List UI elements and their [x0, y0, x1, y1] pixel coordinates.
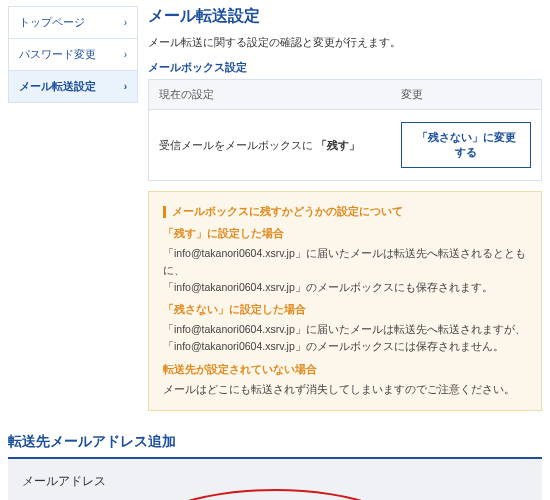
- info-title: メールボックスに残すかどうかの設定について: [163, 204, 527, 219]
- sidebar-item-mail-forward[interactable]: メール転送設定 ›: [9, 71, 137, 103]
- info-sub-nokeep: 「残さない」に設定した場合: [163, 303, 527, 317]
- sidebar-item-label: パスワード変更: [19, 47, 96, 62]
- chevron-right-icon: ›: [124, 49, 127, 60]
- col-current: 現在の設定: [149, 80, 391, 109]
- page-lead: メール転送に関する設定の確認と変更が行えます。: [148, 35, 542, 50]
- info-box: メールボックスに残すかどうかの設定について 「残す」に設定した場合 「info@…: [148, 191, 542, 411]
- page-title: メール転送設定: [148, 6, 542, 27]
- chevron-right-icon: ›: [124, 17, 127, 28]
- sidebar-item-label: メール転送設定: [19, 79, 96, 94]
- info-sub-nofwd: 転送先が設定されていない場合: [163, 363, 527, 377]
- info-text: 「info@takanori0604.xsrv.jp」のメールボックスには保存さ…: [163, 338, 527, 355]
- info-text: 「info@takanori0604.xsrv.jp」のメールボックスにも保存さ…: [163, 279, 527, 296]
- sidebar: トップページ › パスワード変更 › メール転送設定 ›: [8, 6, 138, 103]
- main-content: メール転送設定 メール転送に関する設定の確認と変更が行えます。 メールボックス設…: [148, 6, 542, 411]
- mailbox-table: 現在の設定 変更 受信メールをメールボックスに 「残す」 「残さない」に変更する: [148, 79, 542, 181]
- chevron-right-icon: ›: [124, 81, 127, 92]
- current-setting-value: 「残す」: [316, 139, 360, 151]
- table-row: 受信メールをメールボックスに 「残す」 「残さない」に変更する: [149, 110, 541, 180]
- add-address-input-row: メールアドレス: [8, 459, 542, 500]
- info-text: 「info@takanori0604.xsrv.jp」に届いたメールは転送先へ転…: [163, 245, 527, 279]
- info-text: メールはどこにも転送されず消失してしまいますのでご注意ください。: [163, 381, 527, 398]
- info-text: 「info@takanori0604.xsrv.jp」に届いたメールは転送先へ転…: [163, 321, 527, 338]
- sidebar-item-label: トップページ: [19, 15, 85, 30]
- table-header: 現在の設定 変更: [149, 80, 541, 110]
- current-setting-prefix: 受信メールをメールボックスに: [159, 139, 313, 151]
- change-to-not-keep-button[interactable]: 「残さない」に変更する: [401, 122, 531, 168]
- add-address-heading: 転送先メールアドレス追加: [8, 433, 542, 459]
- sidebar-item-password[interactable]: パスワード変更 ›: [9, 39, 137, 71]
- current-setting: 受信メールをメールボックスに 「残す」: [149, 126, 391, 165]
- info-sub-keep: 「残す」に設定した場合: [163, 227, 527, 241]
- mailbox-section-label: メールボックス設定: [148, 60, 542, 75]
- sidebar-item-top[interactable]: トップページ ›: [9, 7, 137, 39]
- col-change: 変更: [391, 80, 541, 109]
- email-field-label: メールアドレス: [22, 473, 106, 490]
